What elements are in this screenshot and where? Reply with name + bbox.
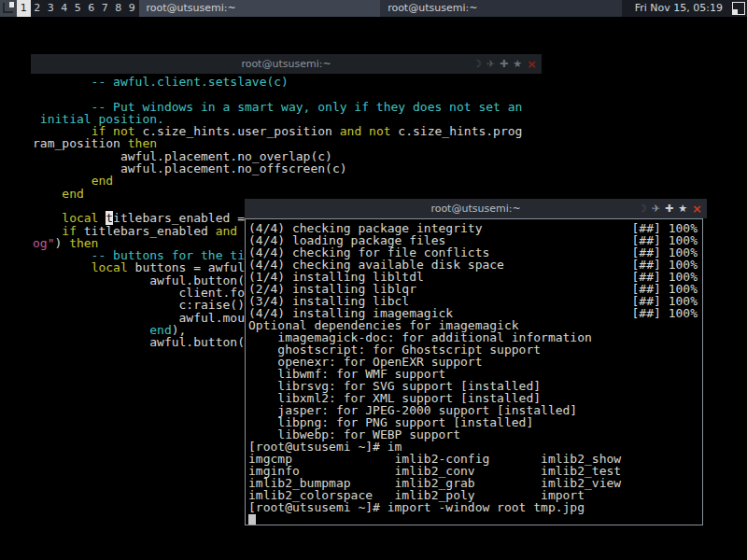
code-line: -- Put windows in a smart way, only if t… bbox=[33, 101, 542, 113]
shell-terminal-border: (4/4) checking package integrity[##] 100… bbox=[245, 218, 703, 525]
window-vim-title: root@utsusemi:~ bbox=[241, 58, 331, 70]
code-line: -- awful.client.setslave(c) bbox=[33, 76, 542, 88]
tasklist: root@utsusemi:~ root@utsusemi:~ bbox=[139, 0, 622, 17]
window-shell-titlebar[interactable]: root@utsusemi:~ ☽✈✚★× bbox=[245, 199, 707, 218]
code-segment bbox=[237, 224, 245, 238]
progress-indicator: [##] 100% bbox=[632, 307, 702, 319]
close-icon[interactable]: × bbox=[527, 58, 537, 70]
awesome-logo-dot bbox=[9, 2, 14, 7]
code-line: ram_position then bbox=[33, 137, 542, 149]
tag-5[interactable]: 5 bbox=[71, 0, 85, 17]
tag-4[interactable]: 4 bbox=[58, 0, 72, 17]
code-segment: -- awful.client.setslave(c) bbox=[33, 75, 289, 89]
awesome-menu-icon[interactable] bbox=[0, 0, 17, 17]
code-segment: and bbox=[340, 124, 361, 138]
tag-8[interactable]: 8 bbox=[112, 0, 126, 17]
taskbar-item-vim[interactable]: root@utsusemi:~ bbox=[139, 0, 381, 17]
tag-3[interactable]: 3 bbox=[44, 0, 58, 17]
code-line: end bbox=[33, 188, 542, 200]
code-segment: not bbox=[369, 124, 390, 138]
window-shell: root@utsusemi:~ ☽✈✚★× (4/4) checking pac… bbox=[245, 199, 707, 528]
tag-2[interactable]: 2 bbox=[31, 0, 45, 17]
layout-icon-square bbox=[732, 9, 738, 15]
window-vim-buttons: ☽✈✚★× bbox=[472, 54, 537, 74]
sticky-icon[interactable]: ✚ bbox=[500, 59, 508, 69]
top-bar: 123456789 root@utsusemi:~ root@utsusemi:… bbox=[0, 0, 747, 17]
terminal-line bbox=[248, 513, 702, 525]
code-segment: end bbox=[92, 174, 113, 188]
clock: Fri Nov 15, 05:19 bbox=[622, 0, 730, 17]
ontop-icon[interactable]: ★ bbox=[678, 203, 687, 214]
floating-icon[interactable]: ☽ bbox=[472, 59, 482, 69]
window-shell-title: root@utsusemi:~ bbox=[430, 203, 520, 215]
code-line bbox=[33, 88, 542, 100]
shell-cursor bbox=[248, 514, 256, 525]
layout-floating-icon[interactable] bbox=[730, 0, 747, 17]
maximize-icon[interactable]: ✈ bbox=[652, 203, 660, 214]
terminal-text: [root@utsusemi ~]# import -window root t… bbox=[248, 501, 585, 513]
tag-9[interactable]: 9 bbox=[125, 0, 139, 17]
floating-icon[interactable]: ☽ bbox=[638, 203, 647, 214]
taglist: 123456789 bbox=[17, 0, 139, 17]
code-segment: c.size_hints.user_position bbox=[135, 124, 340, 138]
taskbar-item-shell[interactable]: root@utsusemi:~ bbox=[380, 0, 622, 17]
code-segment bbox=[361, 124, 369, 138]
code-line: if not c.size_hints.user_position and no… bbox=[33, 125, 542, 137]
shell-terminal-content[interactable]: (4/4) checking package integrity[##] 100… bbox=[246, 219, 702, 525]
tag-1[interactable]: 1 bbox=[17, 0, 31, 17]
code-line: awful.placement.no_overlap(c) bbox=[33, 150, 542, 162]
code-segment: and bbox=[216, 224, 237, 238]
sticky-icon[interactable]: ✚ bbox=[665, 203, 673, 214]
window-shell-buttons: ☽✈✚★× bbox=[638, 199, 702, 218]
tag-7[interactable]: 7 bbox=[98, 0, 112, 17]
terminal-line: [root@utsusemi ~]# import -window root t… bbox=[248, 501, 702, 513]
code-line: awful.placement.no_offscreen(c) bbox=[33, 162, 542, 175]
maximize-icon[interactable]: ✈ bbox=[486, 59, 495, 69]
close-icon[interactable]: × bbox=[692, 203, 702, 215]
ontop-icon[interactable]: ★ bbox=[513, 59, 522, 69]
code-segment: c.size_hints.prog bbox=[391, 124, 523, 138]
code-segment: awful.button( bbox=[33, 335, 245, 349]
code-segment: end bbox=[62, 187, 83, 201]
window-vim-titlebar[interactable]: root@utsusemi:~ ☽✈✚★× bbox=[31, 54, 542, 74]
code-line: initial position. bbox=[33, 113, 542, 125]
tag-6[interactable]: 6 bbox=[85, 0, 99, 17]
code-line: end bbox=[33, 175, 542, 187]
